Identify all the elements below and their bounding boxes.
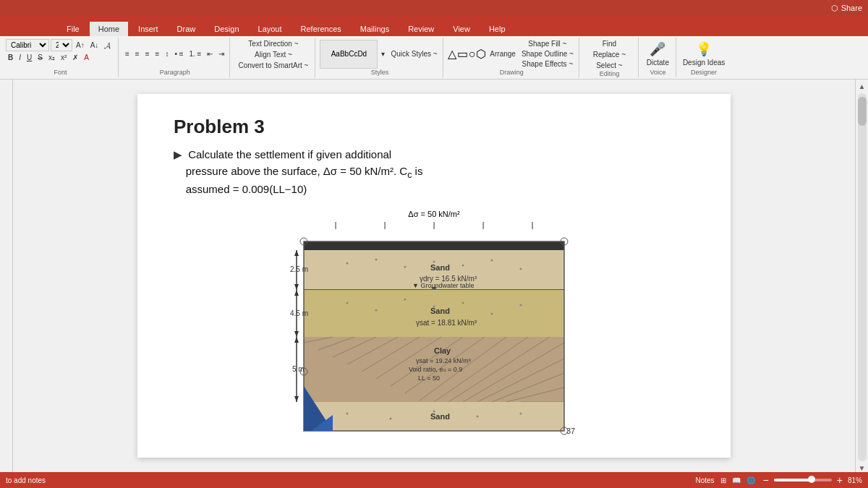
tab-file[interactable]: File [58,22,88,36]
svg-point-8 [520,267,522,270]
view-reading-icon[interactable]: 📖 [732,476,741,484]
styles-gallery[interactable]: AaBbCcDd [320,40,378,69]
tick-marks: | | | | | [282,221,586,229]
svg-marker-48 [294,290,299,296]
justify-button[interactable]: ≡ [153,49,162,59]
tab-layout[interactable]: Layout [250,22,291,36]
underline-button[interactable]: U [25,53,34,62]
text-direction-button[interactable]: Text Direction ~ [236,39,310,48]
svg-point-6 [462,264,464,266]
shrink-font-button[interactable]: A↓ [88,40,101,50]
svg-text:4.5 m: 4.5 m [290,309,308,317]
shapes-icon4[interactable]: ⬡ [476,47,486,61]
shape-fill-button[interactable]: Shape Fill ~ [519,39,576,48]
replace-button[interactable]: Replace ~ [584,50,635,59]
bullets-button[interactable]: • ≡ [172,49,185,59]
microphone-icon: 🎤 [650,41,665,57]
notes-label[interactable]: Notes [695,476,714,484]
zoom-in-button[interactable]: + [835,474,845,487]
styles-group-label: Styles [320,69,439,76]
arrange-button[interactable]: Arrange [488,49,518,59]
line-spacing-button[interactable]: ↕ [163,49,171,59]
font-family-select[interactable]: Calibri [6,39,49,51]
more-styles-button[interactable]: ▾ [379,49,387,59]
svg-text:2.5 m: 2.5 m [290,265,308,273]
bullet-line3: assumed = 0.009(LL−10) [186,183,307,195]
tab-insert[interactable]: Insert [129,22,167,36]
tab-design[interactable]: Design [205,22,247,36]
align-center-button[interactable]: ≡ [133,49,142,59]
align-left-button[interactable]: ≡ [123,49,132,59]
svg-marker-53 [294,396,299,402]
shapes-icon3[interactable]: ○ [469,48,476,61]
add-notes-label[interactable]: to add notes [6,476,46,484]
italic-button[interactable]: I [17,53,23,62]
designer-group-label: Designer [681,69,727,76]
numbering-button[interactable]: 1. ≡ [187,49,204,59]
indent-increase-button[interactable]: ⇥ [216,49,226,59]
voice-group-label: Voice [643,69,673,76]
svg-marker-52 [294,337,299,343]
svg-text:37: 37 [566,427,575,435]
tab-review[interactable]: Review [399,22,443,36]
zoom-thumb [808,476,815,483]
convert-smartart-button[interactable]: Convert to SmartArt ~ [236,61,310,70]
font-size-select[interactable]: 24 [51,39,72,51]
tab-references[interactable]: References [292,22,350,36]
dictate-button[interactable]: 🎤 Dictate [644,40,671,67]
svg-marker-44 [294,250,299,256]
zoom-bar[interactable] [774,479,832,481]
subscript-button[interactable]: x₂ [46,53,57,62]
editing-group: Find Replace ~ Select ~ Editing [581,38,639,77]
font-group: Calibri 24 A↑ A↓ 𝓐 B I U S x₂ x² ✗ A Fon… [3,38,119,77]
font-color-button[interactable]: A [82,53,91,62]
indent-decrease-button[interactable]: ⇤ [205,49,215,59]
bullet-section: ▶ Calculate the settlement if given addi… [174,147,694,198]
svg-point-12 [346,301,349,304]
svg-point-2 [346,262,349,264]
tab-help[interactable]: Help [480,22,514,36]
tab-draw[interactable]: Draw [169,22,205,36]
bold-button[interactable]: B [6,53,15,62]
quick-styles-button[interactable]: Quick Styles ~ [388,49,439,59]
svg-text:▼ Groundwater table: ▼ Groundwater table [412,282,474,289]
shapes-icon[interactable]: △ [448,47,456,61]
svg-point-13 [375,309,378,311]
view-web-icon[interactable]: 🌐 [746,476,755,484]
scroll-down-arrow[interactable]: ▼ [859,464,866,472]
format-painter-button[interactable]: 𝓐 [102,40,113,51]
select-button[interactable]: Select ~ [584,61,635,70]
shapes-icon2[interactable]: ▭ [457,47,468,61]
document-area[interactable]: Problem 3 ▶ Calculate the settlement if … [13,80,855,472]
design-ideas-button[interactable]: 💡 Design Ideas [681,40,727,67]
tab-mailings[interactable]: Mailings [352,22,398,36]
scrollbar-thumb[interactable] [858,97,867,126]
svg-point-40 [477,415,479,417]
zoom-out-button[interactable]: − [761,474,771,487]
clear-formatting-button[interactable]: ✗ [70,53,80,62]
view-normal-icon[interactable]: ⊞ [720,476,726,484]
find-button[interactable]: Find [584,39,635,48]
svg-rect-0 [304,241,564,250]
align-text-button[interactable]: Align Text ~ [236,50,310,59]
scrollbar-track[interactable] [858,93,867,461]
svg-point-41 [520,412,522,414]
zoom-percent-label: 81% [848,476,862,484]
svg-marker-45 [294,284,299,290]
strikethrough-button[interactable]: S [35,53,45,62]
svg-point-16 [462,301,464,304]
tab-view[interactable]: View [444,22,479,36]
bullet-line2: pressure above the surface, Δσ = 50 kN/m… [186,165,423,177]
svg-text:LL = 50: LL = 50 [418,374,440,382]
share-button[interactable]: ⬡ Share [831,4,862,13]
shape-outline-button[interactable]: Shape Outline ~ [519,49,576,59]
editing-group-label: Editing [584,70,635,77]
superscript-button[interactable]: x² [59,53,69,62]
shape-effects-button[interactable]: Shape Effects ~ [519,59,576,69]
align-right-button[interactable]: ≡ [143,49,152,59]
main-area: Problem 3 ▶ Calculate the settlement if … [0,80,868,472]
grow-font-button[interactable]: A↑ [74,40,87,50]
zoom-fill [774,479,812,481]
scroll-up-arrow[interactable]: ▲ [859,82,866,90]
tab-home[interactable]: Home [90,22,128,36]
